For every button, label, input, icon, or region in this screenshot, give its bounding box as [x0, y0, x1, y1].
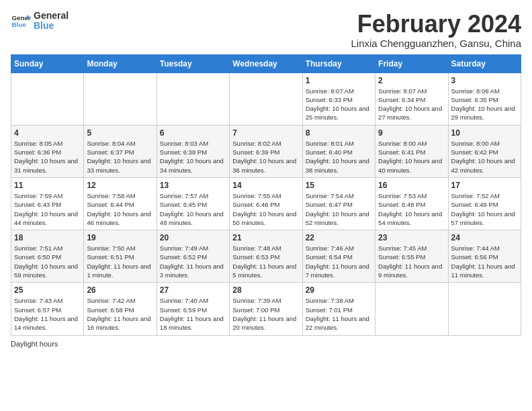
day-info: Sunrise: 7:43 AM Sunset: 6:57 PM Dayligh… — [14, 296, 81, 332]
day-number: 26 — [87, 285, 153, 295]
calendar-cell: 5Sunrise: 8:04 AM Sunset: 6:37 PM Daylig… — [84, 125, 157, 177]
calendar-cell: 20Sunrise: 7:49 AM Sunset: 6:52 PM Dayli… — [157, 230, 229, 283]
day-info: Sunrise: 8:02 AM Sunset: 6:39 PM Dayligh… — [232, 139, 299, 175]
day-info: Sunrise: 7:45 AM Sunset: 6:55 PM Dayligh… — [378, 244, 445, 279]
calendar-week-2: 11Sunrise: 7:59 AM Sunset: 6:43 PM Dayli… — [11, 177, 521, 230]
day-header-sunday: Sunday — [11, 54, 84, 73]
logo-blue: Blue — [34, 21, 69, 31]
day-info: Sunrise: 8:03 AM Sunset: 6:38 PM Dayligh… — [160, 139, 226, 175]
day-number: 2 — [378, 76, 445, 85]
day-number: 24 — [451, 233, 518, 242]
day-number: 16 — [378, 181, 445, 190]
day-info: Sunrise: 7:50 AM Sunset: 6:51 PM Dayligh… — [87, 244, 153, 279]
day-number: 8 — [306, 128, 372, 138]
day-info: Sunrise: 7:53 AM Sunset: 6:48 PM Dayligh… — [378, 191, 445, 227]
day-info: Sunrise: 7:38 AM Sunset: 7:01 PM Dayligh… — [306, 296, 372, 332]
day-header-wednesday: Wednesday — [230, 54, 302, 73]
day-info: Sunrise: 7:44 AM Sunset: 6:56 PM Dayligh… — [451, 244, 518, 279]
day-number: 4 — [14, 128, 81, 138]
day-number: 7 — [232, 128, 299, 138]
day-info: Sunrise: 7:49 AM Sunset: 6:52 PM Dayligh… — [160, 244, 226, 279]
calendar-cell: 21Sunrise: 7:48 AM Sunset: 6:53 PM Dayli… — [230, 230, 302, 283]
logo: General Blue General Blue — [11, 11, 69, 32]
calendar-cell — [448, 283, 521, 335]
day-header-thursday: Thursday — [302, 54, 375, 73]
day-info: Sunrise: 7:55 AM Sunset: 6:46 PM Dayligh… — [232, 191, 299, 227]
calendar-cell: 14Sunrise: 7:55 AM Sunset: 6:46 PM Dayli… — [230, 177, 302, 230]
day-info: Sunrise: 8:05 AM Sunset: 6:36 PM Dayligh… — [14, 139, 81, 175]
day-info: Sunrise: 7:54 AM Sunset: 6:47 PM Dayligh… — [306, 191, 372, 227]
day-number: 10 — [451, 128, 518, 138]
day-info: Sunrise: 7:48 AM Sunset: 6:53 PM Dayligh… — [232, 244, 299, 279]
day-number: 15 — [306, 181, 372, 190]
day-number: 12 — [87, 181, 153, 190]
day-number: 11 — [14, 181, 81, 190]
day-number: 3 — [451, 76, 518, 85]
calendar-cell: 24Sunrise: 7:44 AM Sunset: 6:56 PM Dayli… — [448, 230, 521, 283]
day-number: 22 — [306, 233, 372, 242]
logo-general: General — [34, 11, 69, 21]
calendar-cell: 27Sunrise: 7:40 AM Sunset: 6:59 PM Dayli… — [157, 283, 229, 335]
day-number: 1 — [306, 76, 372, 85]
day-header-monday: Monday — [84, 54, 157, 73]
day-number: 13 — [160, 181, 226, 190]
day-info: Sunrise: 7:59 AM Sunset: 6:43 PM Dayligh… — [14, 191, 81, 227]
calendar-cell: 2Sunrise: 8:07 AM Sunset: 6:34 PM Daylig… — [375, 73, 448, 125]
day-info: Sunrise: 8:06 AM Sunset: 6:35 PM Dayligh… — [451, 87, 518, 122]
calendar-cell: 23Sunrise: 7:45 AM Sunset: 6:55 PM Dayli… — [375, 230, 448, 283]
day-info: Sunrise: 7:51 AM Sunset: 6:50 PM Dayligh… — [14, 244, 81, 279]
day-info: Sunrise: 8:07 AM Sunset: 6:34 PM Dayligh… — [378, 87, 445, 122]
day-header-friday: Friday — [375, 54, 448, 73]
day-header-saturday: Saturday — [448, 54, 521, 73]
calendar-cell: 13Sunrise: 7:57 AM Sunset: 6:45 PM Dayli… — [157, 177, 229, 230]
day-number: 23 — [378, 233, 445, 242]
day-number: 18 — [14, 233, 81, 242]
days-header-row: SundayMondayTuesdayWednesdayThursdayFrid… — [11, 54, 521, 73]
logo-icon: General Blue — [11, 11, 31, 31]
footer-note: Daylight hours — [11, 340, 521, 348]
calendar-cell: 4Sunrise: 8:05 AM Sunset: 6:36 PM Daylig… — [11, 125, 84, 177]
day-number: 27 — [160, 285, 226, 295]
title-area: February 2024 Linxia Chengguanzhen, Gans… — [351, 11, 521, 49]
calendar-week-4: 25Sunrise: 7:43 AM Sunset: 6:57 PM Dayli… — [11, 283, 521, 335]
calendar-cell — [11, 73, 84, 125]
day-number: 17 — [451, 181, 518, 190]
calendar-table: SundayMondayTuesdayWednesdayThursdayFrid… — [11, 54, 521, 336]
calendar-cell: 10Sunrise: 8:00 AM Sunset: 6:42 PM Dayli… — [448, 125, 521, 177]
day-info: Sunrise: 7:58 AM Sunset: 6:44 PM Dayligh… — [87, 191, 153, 227]
day-number: 9 — [378, 128, 445, 138]
page-header: General Blue General Blue February 2024 … — [11, 11, 521, 49]
calendar-cell: 7Sunrise: 8:02 AM Sunset: 6:39 PM Daylig… — [230, 125, 302, 177]
day-info: Sunrise: 7:39 AM Sunset: 7:00 PM Dayligh… — [232, 296, 299, 332]
day-info: Sunrise: 7:52 AM Sunset: 6:49 PM Dayligh… — [451, 191, 518, 227]
day-number: 28 — [232, 285, 299, 295]
calendar-week-1: 4Sunrise: 8:05 AM Sunset: 6:36 PM Daylig… — [11, 125, 521, 177]
day-info: Sunrise: 7:40 AM Sunset: 6:59 PM Dayligh… — [160, 296, 226, 332]
calendar-week-0: 1Sunrise: 8:07 AM Sunset: 6:33 PM Daylig… — [11, 73, 521, 125]
day-info: Sunrise: 8:07 AM Sunset: 6:33 PM Dayligh… — [306, 87, 372, 122]
calendar-cell — [157, 73, 229, 125]
day-number: 25 — [14, 285, 81, 295]
calendar-cell: 28Sunrise: 7:39 AM Sunset: 7:00 PM Dayli… — [230, 283, 302, 335]
day-info: Sunrise: 7:46 AM Sunset: 6:54 PM Dayligh… — [306, 244, 372, 279]
day-number: 5 — [87, 128, 153, 138]
calendar-cell: 11Sunrise: 7:59 AM Sunset: 6:43 PM Dayli… — [11, 177, 84, 230]
day-number: 29 — [306, 285, 372, 295]
day-number: 20 — [160, 233, 226, 242]
calendar-cell: 29Sunrise: 7:38 AM Sunset: 7:01 PM Dayli… — [302, 283, 375, 335]
day-info: Sunrise: 7:57 AM Sunset: 6:45 PM Dayligh… — [160, 191, 226, 227]
subtitle: Linxia Chengguanzhen, Gansu, China — [351, 38, 521, 49]
calendar-cell: 8Sunrise: 8:01 AM Sunset: 6:40 PM Daylig… — [302, 125, 375, 177]
main-title: February 2024 — [351, 11, 521, 38]
calendar-body: 1Sunrise: 8:07 AM Sunset: 6:33 PM Daylig… — [11, 73, 521, 335]
calendar-cell: 17Sunrise: 7:52 AM Sunset: 6:49 PM Dayli… — [448, 177, 521, 230]
day-number: 21 — [232, 233, 299, 242]
day-info: Sunrise: 8:01 AM Sunset: 6:40 PM Dayligh… — [306, 139, 372, 175]
svg-text:Blue: Blue — [12, 21, 27, 28]
calendar-cell: 19Sunrise: 7:50 AM Sunset: 6:51 PM Dayli… — [84, 230, 157, 283]
calendar-cell — [230, 73, 302, 125]
calendar-cell: 12Sunrise: 7:58 AM Sunset: 6:44 PM Dayli… — [84, 177, 157, 230]
calendar-cell: 9Sunrise: 8:00 AM Sunset: 6:41 PM Daylig… — [375, 125, 448, 177]
day-info: Sunrise: 8:00 AM Sunset: 6:41 PM Dayligh… — [378, 139, 445, 175]
calendar-cell: 18Sunrise: 7:51 AM Sunset: 6:50 PM Dayli… — [11, 230, 84, 283]
